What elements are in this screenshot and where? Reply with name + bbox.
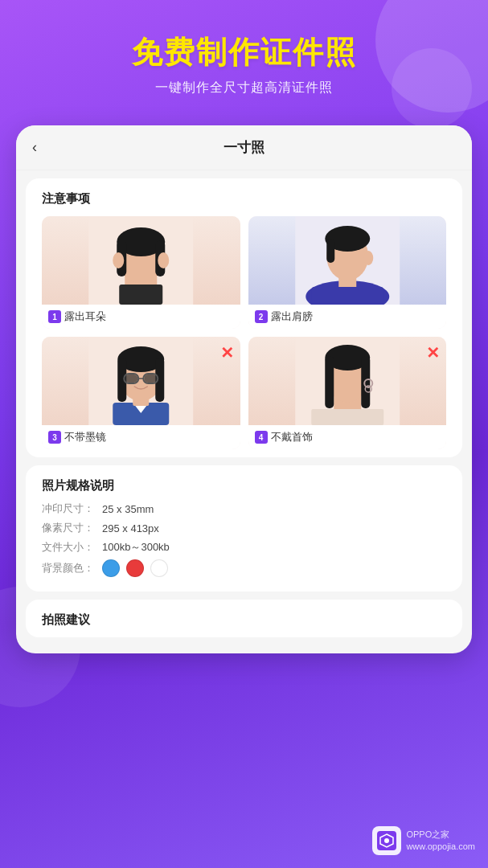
spec-row-2: 像素尺寸： 295 x 413px [42, 521, 446, 535]
notice-section: 注意事项 [26, 178, 462, 457]
spec-value-2: 295 x 413px [102, 522, 159, 534]
spec-label-color: 背景颜色： [42, 561, 102, 575]
color-dot-blue[interactable] [102, 559, 120, 577]
svg-rect-29 [144, 375, 157, 383]
photo-item-1: 1 露出耳朵 [42, 216, 240, 329]
label-text-4: 不戴首饰 [271, 430, 313, 444]
svg-point-7 [113, 252, 124, 268]
spec-value-1: 25 x 35mm [102, 503, 154, 515]
photo-img-1 [42, 216, 240, 305]
spec-label-1: 冲印尺寸： [42, 502, 102, 516]
label-text-2: 露出肩膀 [271, 309, 313, 324]
label-num-2: 2 [255, 310, 268, 323]
photo-item-3: ✕ [42, 337, 240, 449]
svg-point-40 [384, 838, 389, 843]
specs-title: 照片规格说明 [42, 478, 446, 493]
photo-item-4: ✕ [248, 337, 447, 449]
label-num-4: 4 [255, 431, 268, 444]
spec-label-3: 文件大小： [42, 540, 102, 555]
svg-rect-15 [326, 239, 334, 263]
photo-label-4: 4 不戴首饰 [248, 425, 447, 449]
svg-rect-32 [311, 409, 383, 425]
color-dot-white[interactable] [150, 559, 168, 577]
x-mark-3: ✕ [220, 343, 234, 362]
watermark-text: OPPO之家 www.oppojia.com [406, 829, 475, 854]
watermark-site: OPPO之家 [406, 829, 475, 841]
photo-label-3: 3 不带墨镜 [42, 425, 240, 449]
watermark: OPPO之家 www.oppojia.com [372, 826, 475, 855]
spec-row-1: 冲印尺寸： 25 x 35mm [42, 502, 446, 516]
label-text-3: 不带墨镜 [64, 430, 106, 444]
watermark-logo [372, 826, 401, 855]
notice-title: 注意事项 [42, 191, 446, 207]
suggest-title: 拍照建议 [42, 612, 446, 628]
card-header: ‹ 一寸照 [16, 125, 472, 170]
main-card: ‹ 一寸照 注意事项 [16, 125, 472, 653]
photo-label-1: 1 露出耳朵 [42, 305, 240, 329]
photo-label-2: 2 露出肩膀 [248, 305, 447, 329]
photo-img-4: ✕ [248, 337, 447, 425]
svg-rect-12 [311, 287, 383, 305]
label-num-3: 3 [48, 431, 61, 444]
x-mark-4: ✕ [426, 343, 440, 362]
spec-row-color: 背景颜色： [42, 559, 446, 577]
photo-grid: 1 露出耳朵 [42, 216, 446, 449]
spec-row-3: 文件大小： 100kb～300kb [42, 540, 446, 555]
watermark-url: www.oppojia.com [406, 841, 475, 853]
svg-rect-2 [119, 285, 162, 305]
svg-point-8 [158, 252, 169, 268]
color-dots [102, 559, 168, 577]
page-title: 免费制作证件照 [16, 32, 472, 73]
back-button[interactable]: ‹ [32, 139, 37, 156]
spec-label-2: 像素尺寸： [42, 521, 102, 535]
svg-rect-36 [361, 356, 370, 408]
photo-item-2: 2 露出肩膀 [248, 216, 447, 329]
label-text-1: 露出耳朵 [64, 309, 106, 324]
photo-img-3: ✕ [42, 337, 240, 425]
label-num-1: 1 [48, 310, 61, 323]
page-header: 免费制作证件照 一键制作全尺寸超高清证件照 [0, 0, 488, 113]
svg-point-16 [363, 251, 373, 265]
page-subtitle: 一键制作全尺寸超高清证件照 [16, 80, 472, 96]
card-title: 一寸照 [223, 138, 265, 157]
color-dot-red[interactable] [126, 559, 144, 577]
spec-value-3: 100kb～300kb [102, 540, 170, 555]
suggest-section: 拍照建议 [26, 600, 462, 637]
photo-img-2 [248, 216, 447, 305]
svg-rect-35 [325, 356, 334, 408]
specs-section: 照片规格说明 冲印尺寸： 25 x 35mm 像素尺寸： 295 x 413px… [26, 465, 462, 592]
svg-rect-28 [125, 375, 137, 383]
